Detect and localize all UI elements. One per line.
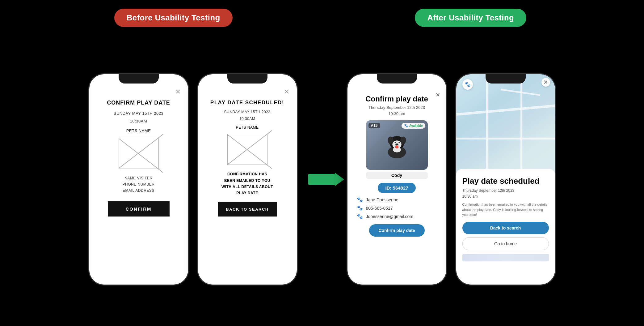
owner-email: Jdoesserine@gmail.com xyxy=(366,214,414,219)
screen3-title: Confirm play date xyxy=(365,95,428,103)
phone-before-confirm: ✕ CONFIRM PLAY DATE SUNDAY MAY 15TH 2023… xyxy=(89,74,188,285)
paw-icon-3: 🐾 xyxy=(357,213,363,219)
dog-card: A15 🐾 Available Cody xyxy=(366,120,428,179)
dog-image xyxy=(380,128,414,162)
paw-map-icon: 🐾 xyxy=(462,79,473,90)
screen1-date: SUNDAY MAY 15TH 2023 xyxy=(114,111,164,116)
confirm-button[interactable]: CONFIRM xyxy=(108,201,170,217)
owner-name: Jane Doesserine xyxy=(366,197,398,202)
before-label: Before Usability Testing xyxy=(114,9,233,27)
email-row: 🐾 Jdoesserine@gmail.com xyxy=(354,212,440,221)
screen2-time: 10:30AM xyxy=(239,117,255,121)
blurred-bar xyxy=(462,254,549,261)
close-icon-2[interactable]: ✕ xyxy=(284,88,289,96)
go-to-home-button[interactable]: Go to home xyxy=(462,237,549,250)
close-icon[interactable]: ✕ xyxy=(175,88,181,96)
modal-title: Play date scheduled xyxy=(462,176,549,186)
close-icon-3[interactable]: ✕ xyxy=(436,92,440,98)
screen1-pets-label: PETS NAME xyxy=(126,128,151,133)
phone-after-scheduled: 🐾 ✕ 🏀 Play date scheduled Thursday Septe… xyxy=(456,74,555,285)
svg-point-11 xyxy=(395,146,398,148)
arrow-divider xyxy=(307,174,338,185)
badge-available: 🐾 Available xyxy=(402,123,425,129)
phone-before-scheduled: ✕ PLAY DATE SCHEDULED! SUNDAY MAY 15TH 2… xyxy=(198,74,297,285)
map-close-icon[interactable]: ✕ xyxy=(541,78,550,87)
back-to-search-button-after[interactable]: Back to search xyxy=(462,222,549,234)
scheduled-modal: Play date scheduled Thursday September 1… xyxy=(456,169,555,285)
confirmation-text: CONFIRMATION HASBEEN EMAILED TO YOUWITH … xyxy=(221,171,273,196)
screen3-date: Thursday September 12th 202310:30 am xyxy=(368,105,425,118)
visitor-info: NAME VISITERPHONE NUMBEREMAIL ADDRESS xyxy=(122,175,154,194)
screen2-pets-label: PETS NAME xyxy=(236,125,259,130)
owner-phone: 805-665-8517 xyxy=(366,206,393,211)
pet-image-placeholder xyxy=(119,138,159,169)
phone-row: 🐾 805-665-8517 xyxy=(354,204,440,212)
confirm-play-date-button[interactable]: Confirm play date xyxy=(369,224,425,237)
screen1-time: 10:30AM xyxy=(130,119,147,123)
badge-a15: A15 xyxy=(368,123,380,128)
phone-after-confirm: ✕ Confirm play date Thursday September 1… xyxy=(347,74,446,285)
paw-icon-2: 🐾 xyxy=(357,205,363,211)
svg-point-8 xyxy=(394,142,396,143)
screen2-title: PLAY DATE SCHEDULED! xyxy=(210,99,284,106)
paw-icon-1: 🐾 xyxy=(357,197,363,203)
pet-image-placeholder-2 xyxy=(227,134,267,165)
back-to-search-button[interactable]: BACK TO SEARCH xyxy=(218,202,277,217)
owner-name-row: 🐾 Jane Doesserine xyxy=(354,195,440,204)
id-badge: ID: 564827 xyxy=(378,183,415,193)
right-arrow-icon xyxy=(308,174,336,185)
screen1-title: CONFIRM PLAY DATE xyxy=(107,100,170,106)
svg-point-9 xyxy=(398,142,400,143)
svg-point-10 xyxy=(395,144,398,145)
modal-date: Thursday September 12th 202310:30 am xyxy=(462,188,549,199)
screen2-date: SUNDAY MAY 15TH 2023 xyxy=(224,110,271,114)
modal-description: Confirmation has been emailed to you wit… xyxy=(462,202,549,217)
after-label: After Usability Testing xyxy=(415,9,526,27)
dog-name: Cody xyxy=(366,172,428,179)
